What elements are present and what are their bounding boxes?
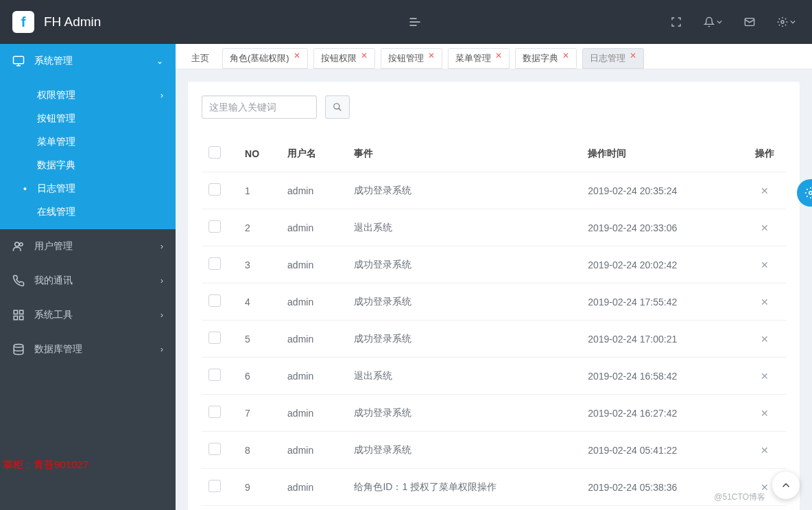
- cell-no: 2: [238, 209, 280, 246]
- search-button[interactable]: [325, 95, 350, 119]
- row-checkbox[interactable]: [208, 257, 221, 270]
- delete-icon[interactable]: ✕: [761, 445, 769, 456]
- row-checkbox[interactable]: [208, 294, 221, 307]
- sidebar-item-2[interactable]: 我的通讯›: [0, 264, 176, 298]
- tab-label: 按钮管理: [388, 52, 424, 65]
- row-checkbox[interactable]: [208, 480, 221, 492]
- svg-rect-5: [14, 56, 24, 64]
- close-icon[interactable]: ✕: [361, 51, 368, 60]
- search-row: [202, 95, 786, 119]
- cell-no: 1: [238, 172, 280, 209]
- close-icon[interactable]: ✕: [428, 51, 435, 60]
- cell-user: admin: [280, 469, 347, 506]
- panel: NO 用户名 事件 操作时间 操作 1 admin 成功登录系统 2019-02…: [188, 82, 800, 510]
- delete-icon[interactable]: ✕: [761, 371, 769, 382]
- cell-user: admin: [280, 358, 347, 395]
- col-user: 用户名: [280, 135, 347, 172]
- row-checkbox[interactable]: [208, 332, 221, 344]
- cell-time: 2019-02-24 20:02:42: [581, 246, 743, 283]
- cell-user: admin: [280, 432, 347, 469]
- row-checkbox[interactable]: [208, 369, 221, 381]
- close-icon[interactable]: ✕: [294, 51, 300, 60]
- menu-toggle-icon[interactable]: [408, 15, 422, 29]
- select-all-checkbox[interactable]: [208, 146, 221, 159]
- col-op: 操作: [743, 135, 786, 172]
- tab-6[interactable]: 日志管理✕: [582, 48, 644, 69]
- table-row: 4 admin 成功登录系统 2019-02-24 17:55:42 ✕: [202, 283, 786, 321]
- log-table: NO 用户名 事件 操作时间 操作 1 admin 成功登录系统 2019-02…: [202, 135, 786, 506]
- row-checkbox[interactable]: [208, 443, 221, 455]
- close-icon[interactable]: ✕: [562, 51, 569, 60]
- tabs-bar: 主页角色(基础权限)✕按钮权限✕按钮管理✕菜单管理✕数据字典✕日志管理✕: [176, 44, 812, 69]
- sidebar-item-4[interactable]: 数据库管理›: [0, 332, 176, 367]
- sidebar-subitem-1[interactable]: 按钮管理: [0, 107, 176, 130]
- cell-user: admin: [280, 395, 347, 432]
- col-event: 事件: [347, 135, 581, 172]
- cell-no: 7: [238, 395, 280, 432]
- tab-1[interactable]: 角色(基础权限)✕: [222, 48, 308, 69]
- header-actions: [671, 16, 796, 27]
- sidebar-subitem-2[interactable]: 菜单管理: [0, 130, 176, 154]
- close-icon[interactable]: ✕: [630, 51, 636, 60]
- delete-icon[interactable]: ✕: [761, 334, 769, 345]
- tab-3[interactable]: 按钮管理✕: [381, 48, 442, 69]
- cell-user: admin: [280, 246, 347, 283]
- cell-no: 9: [238, 469, 280, 506]
- tab-4[interactable]: 菜单管理✕: [448, 48, 510, 69]
- delete-icon[interactable]: ✕: [761, 297, 769, 308]
- chevron-right-icon: ›: [160, 242, 163, 251]
- cell-time: 2019-02-24 05:41:22: [581, 432, 743, 469]
- svg-rect-10: [14, 310, 17, 314]
- brand-title: FH Admin: [44, 14, 101, 30]
- sidebar-label: 数据库管理: [34, 343, 82, 356]
- cell-event: 退出系统: [347, 209, 581, 246]
- tab-2[interactable]: 按钮权限✕: [313, 48, 375, 69]
- tab-label: 主页: [191, 52, 209, 65]
- sidebar-sublabel: 数据字典: [37, 159, 75, 172]
- svg-rect-11: [20, 310, 23, 314]
- delete-icon[interactable]: ✕: [761, 222, 769, 233]
- delete-icon[interactable]: ✕: [761, 185, 769, 196]
- mail-icon[interactable]: [744, 16, 755, 27]
- delete-icon[interactable]: ✕: [761, 408, 769, 419]
- close-icon[interactable]: ✕: [495, 51, 502, 60]
- tab-5[interactable]: 数据字典✕: [515, 48, 577, 69]
- bell-icon[interactable]: [704, 16, 722, 27]
- delete-icon[interactable]: ✕: [761, 259, 769, 270]
- cell-user: admin: [280, 321, 347, 358]
- cell-time: 2019-02-24 17:55:42: [581, 283, 743, 321]
- sidebar-sublabel: 权限管理: [37, 89, 75, 102]
- cell-no: 8: [238, 432, 280, 469]
- sidebar-label: 系统工具: [34, 309, 73, 321]
- row-checkbox[interactable]: [208, 406, 221, 418]
- chevron-right-icon: ›: [160, 310, 163, 320]
- sidebar-sublabel: 按钮管理: [37, 113, 75, 125]
- cell-time: 2019-02-24 17:00:21: [581, 321, 743, 358]
- cell-event: 成功登录系统: [347, 172, 581, 209]
- sidebar-item-3[interactable]: 系统工具›: [0, 298, 176, 332]
- scroll-top-button[interactable]: [772, 472, 800, 499]
- sidebar-item-1[interactable]: 用户管理›: [0, 229, 176, 264]
- row-checkbox[interactable]: [208, 220, 221, 233]
- svg-point-17: [809, 192, 812, 195]
- svg-point-9: [20, 243, 23, 246]
- tab-0[interactable]: 主页: [184, 48, 217, 69]
- sidebar-subitem-3[interactable]: 数据字典: [0, 154, 176, 177]
- sidebar-subitem-4[interactable]: 日志管理: [0, 177, 176, 200]
- sidebar-label: 我的通讯: [34, 275, 73, 287]
- svg-point-14: [14, 345, 23, 348]
- chevron-right-icon: ›: [160, 91, 163, 100]
- fullscreen-icon[interactable]: [671, 16, 682, 27]
- main: 主页角色(基础权限)✕按钮权限✕按钮管理✕菜单管理✕数据字典✕日志管理✕ NO …: [176, 44, 812, 510]
- gear-icon[interactable]: [777, 16, 796, 27]
- sidebar-item-0[interactable]: 系统管理⌄: [0, 44, 176, 78]
- cell-time: 2019-02-24 20:35:24: [581, 172, 743, 209]
- row-checkbox[interactable]: [208, 183, 221, 196]
- cell-event: 成功登录系统: [347, 395, 581, 432]
- cell-no: 5: [238, 321, 280, 358]
- search-input[interactable]: [202, 95, 317, 119]
- content: NO 用户名 事件 操作时间 操作 1 admin 成功登录系统 2019-02…: [176, 69, 812, 510]
- svg-rect-12: [14, 316, 17, 320]
- sidebar-subitem-5[interactable]: 在线管理: [0, 200, 176, 224]
- sidebar-subitem-0[interactable]: 权限管理›: [0, 84, 176, 107]
